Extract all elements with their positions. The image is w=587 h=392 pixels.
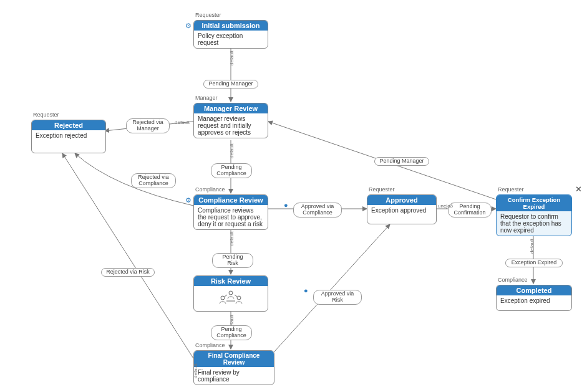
- workflow-canvas[interactable]: Requester ⚙ Initial submission Policy ex…: [0, 0, 587, 392]
- default-tag: default: [193, 363, 198, 378]
- badge-dot-icon: ●: [284, 201, 288, 209]
- node-initial-submission[interactable]: Requester ⚙ Initial submission Policy ex…: [193, 20, 268, 49]
- node-title: Risk Review: [194, 276, 268, 286]
- swimlane-label: Requester: [498, 186, 524, 193]
- people-icon: [217, 289, 245, 305]
- node-body: Final review by compliance: [194, 367, 274, 385]
- edge-approved-via-compliance[interactable]: Approved via Compliance: [293, 203, 342, 218]
- node-rejected[interactable]: Requester Rejected Exception rejected: [31, 120, 106, 153]
- node-title: Rejected: [32, 120, 105, 130]
- swimlane-label: Requester: [195, 12, 221, 18]
- node-title: Approved: [367, 195, 436, 205]
- node-title: Confirm Exception Expired: [497, 195, 571, 211]
- node-body: [194, 286, 268, 307]
- edge-rejected-via-risk[interactable]: Rejected via Risk: [101, 268, 155, 277]
- node-compliance-review[interactable]: Compliance ⚙ Compliance Review Complianc…: [193, 194, 268, 230]
- gear-icon[interactable]: ⚙: [185, 196, 192, 204]
- node-body: Compliance reviews the request to approv…: [194, 205, 268, 229]
- edge-rejected-via-manager[interactable]: Rejected via Manager: [126, 118, 170, 133]
- default-tag: default: [229, 231, 235, 246]
- svg-point-1: [221, 296, 225, 300]
- swimlane-label: Manager: [195, 95, 218, 101]
- node-body: Policy exception request: [194, 31, 268, 48]
- swimlane-label: Compliance: [498, 277, 528, 283]
- node-body: Exception expired: [497, 295, 571, 306]
- node-title: Initial submission: [194, 21, 268, 31]
- swimlane-label: Compliance: [195, 186, 225, 193]
- node-confirm-exception-expired[interactable]: Requester Confirm Exception Expired Requ…: [496, 194, 572, 236]
- edge-exception-expired[interactable]: Exception Expired: [505, 259, 563, 267]
- close-icon[interactable]: ✕: [575, 184, 582, 194]
- node-body: Manager reviews request and initially ap…: [194, 113, 268, 138]
- node-title: Manager Review: [194, 103, 268, 113]
- svg-point-2: [237, 296, 241, 300]
- edge-pending-risk[interactable]: Pending Risk: [212, 253, 253, 268]
- edge-pending-confirmation[interactable]: Pending Confirmation: [448, 203, 492, 218]
- edge-pending-compliance-2[interactable]: Pending Compliance: [211, 325, 252, 340]
- badge-dot-icon: ●: [304, 287, 308, 294]
- node-completed[interactable]: Compliance Completed Exception expired: [496, 285, 572, 311]
- swimlane-label: Requester: [369, 186, 395, 193]
- default-tag: default: [529, 239, 535, 254]
- edge-rejected-via-compliance[interactable]: Rejected via Compliance: [131, 173, 176, 188]
- node-approved[interactable]: Requester Approved Exception approved: [367, 194, 437, 224]
- node-final-compliance-review[interactable]: Compliance Final Compliance Review Final…: [193, 350, 274, 385]
- default-tag: default: [229, 50, 235, 65]
- edge-approved-via-risk[interactable]: Approved via Risk: [313, 290, 362, 305]
- edge-pending-manager-back[interactable]: Pending Manager: [374, 157, 429, 166]
- svg-point-0: [229, 291, 233, 295]
- node-title: Completed: [497, 285, 571, 295]
- node-risk-review[interactable]: Risk Review default: [193, 275, 268, 312]
- swimlane-label: Requester: [33, 112, 59, 118]
- default-tag: default: [175, 120, 190, 125]
- node-body: Exception rejected: [32, 130, 105, 141]
- node-body: Exception approved: [367, 205, 436, 216]
- node-title: Compliance Review: [194, 195, 268, 205]
- edge-uneja: unejað: [438, 203, 453, 209]
- gear-icon[interactable]: ⚙: [185, 22, 192, 30]
- swimlane-label: Compliance: [195, 342, 225, 348]
- edge-pending-compliance[interactable]: Pending Compliance: [211, 163, 252, 178]
- node-body: Requestor to confirm that the exception …: [497, 211, 571, 236]
- node-manager-review[interactable]: Manager Manager Review Manager reviews r…: [193, 103, 268, 138]
- default-tag: default: [229, 143, 235, 158]
- node-title: Final Compliance Review: [194, 351, 274, 367]
- edge-pending-manager[interactable]: Pending Manager: [203, 80, 258, 88]
